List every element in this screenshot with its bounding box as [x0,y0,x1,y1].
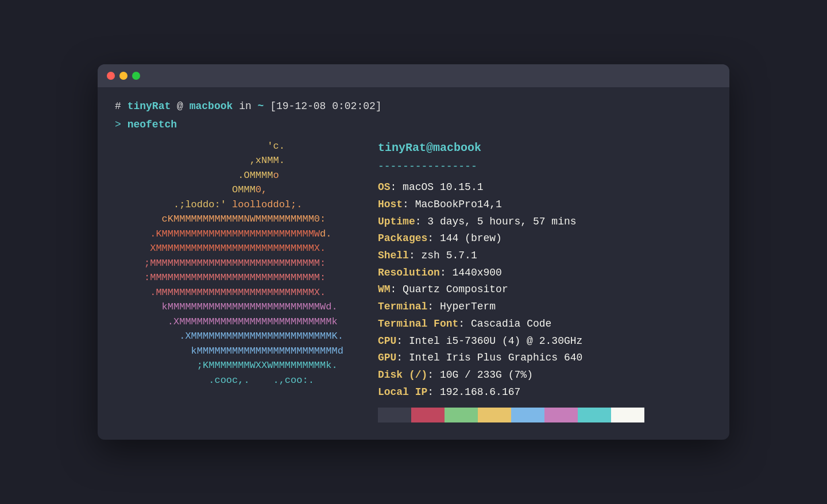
info-key-wm: WM [378,281,391,298]
command-text: neofetch [127,119,177,130]
info-val-uptime: : 3 days, 5 hours, 57 mins [415,214,577,231]
info-row-uptime: Uptime : 3 days, 5 hours, 57 mins [378,214,712,231]
info-val-host: : MacBookPro14,1 [403,196,502,214]
titlebar [98,64,729,87]
info-row-terminal-font: Terminal Font : Cascadia Code [378,316,712,333]
info-key-cpu: CPU [378,333,396,350]
terminal-window: # tinyRat @ macbook in ~ [19-12-08 0:02:… [98,64,729,440]
info-key-local-ip: Local IP [378,384,427,401]
info-row-resolution: Resolution : 1440x900 [378,265,712,282]
info-key-os: OS [378,179,391,196]
swatch-0 [378,408,411,422]
info-row-disk: Disk (/) : 10G / 233G (7%) [378,367,712,384]
info-row-host: Host : MacBookPro14,1 [378,196,712,214]
info-val-terminal-font: : Cascadia Code [458,316,551,333]
info-key-terminal-font: Terminal Font [378,316,458,333]
info-val-resolution: : 1440x900 [440,265,502,282]
info-row-packages: Packages : 144 (brew) [378,230,712,247]
swatch-1 [411,408,445,422]
prompt-arrow: > [115,119,121,130]
info-val-os: : macOS 10.15.1 [390,179,483,196]
info-val-disk: : 10G / 233G (7%) [427,367,533,384]
prompt-in: in [239,100,252,112]
info-key-host: Host [378,196,403,214]
prompt-line-2: > neofetch [115,117,712,133]
info-key-gpu: GPU [378,350,396,367]
swatch-4 [511,408,544,422]
info-val-wm: : Quartz Compositor [390,281,508,298]
terminal-body: # tinyRat @ macbook in ~ [19-12-08 0:02:… [98,87,729,440]
swatch-7 [611,408,644,422]
info-val-gpu: : Intel Iris Plus Graphics 640 [396,350,582,367]
prompt-host: macbook [190,100,233,112]
info-val-local-ip: : 192.168.6.167 [427,384,520,401]
swatch-5 [544,408,578,422]
info-row-os: OS : macOS 10.15.1 [378,179,712,196]
info-val-cpu: : Intel i5-7360U (4) @ 2.30GHz [396,333,582,350]
swatch-2 [445,408,478,422]
info-row-gpu: GPU : Intel Iris Plus Graphics 640 [378,350,712,367]
info-key-packages: Packages [378,230,427,247]
info-username-host: tinyRat@macbook [378,139,712,157]
info-panel: tinyRat@macbook ---------------- OS : ma… [378,139,712,423]
info-key-resolution: Resolution [378,265,440,282]
maximize-button[interactable] [132,72,140,80]
info-key-uptime: Uptime [378,214,415,231]
color-swatches [378,408,712,422]
info-val-packages: : 144 (brew) [427,230,502,247]
info-key-disk: Disk (/) [378,367,427,384]
info-row-terminal: Terminal : HyperTerm [378,298,712,316]
info-row-wm: WM : Quartz Compositor [378,281,712,298]
prompt-line-1: # tinyRat @ macbook in ~ [19-12-08 0:02:… [115,99,712,115]
close-button[interactable] [107,72,115,80]
prompt-user: tinyRat [127,100,171,112]
minimize-button[interactable] [119,72,127,80]
ascii-art: 'c. ,xNMM. .OMMMMo OMMM0, .;loddo:' lool… [115,139,343,388]
swatch-6 [578,408,611,422]
prompt-hash: # [115,100,121,112]
info-val-shell: : zsh 5.7.1 [409,247,477,265]
info-key-shell: Shell [378,247,409,265]
info-key-terminal: Terminal [378,298,427,316]
info-separator: ---------------- [378,158,712,175]
prompt-at: @ [177,100,183,112]
info-row-cpu: CPU : Intel i5-7360U (4) @ 2.30GHz [378,333,712,350]
prompt-tilde: ~ [258,100,264,112]
prompt-time: [19-12-08 0:02:02] [270,100,381,112]
swatch-3 [478,408,511,422]
info-row-shell: Shell : zsh 5.7.1 [378,247,712,265]
info-val-terminal: : HyperTerm [427,298,496,316]
info-row-local-ip: Local IP : 192.168.6.167 [378,384,712,401]
neofetch-output: 'c. ,xNMM. .OMMMMo OMMM0, .;loddo:' lool… [115,139,712,423]
